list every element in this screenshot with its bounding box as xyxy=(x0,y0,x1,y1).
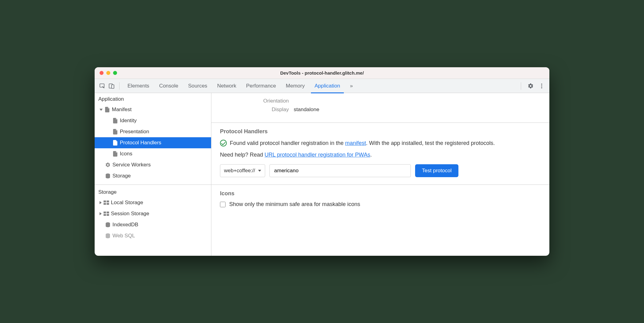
kv-value-display: standalone xyxy=(294,107,319,113)
svg-point-3 xyxy=(541,84,542,85)
inspect-icon[interactable] xyxy=(98,81,107,91)
sidebar-item-identity[interactable]: Identity xyxy=(95,115,211,126)
minimize-window-button[interactable] xyxy=(106,71,110,75)
status-text: Found valid protocol handler registratio… xyxy=(230,139,495,147)
sidebar-item-label: Manifest xyxy=(112,107,132,113)
svg-rect-12 xyxy=(107,212,109,213)
database-icon xyxy=(105,173,111,179)
test-protocol-button[interactable]: Test protocol xyxy=(415,164,458,177)
tab-performance[interactable]: Performance xyxy=(241,79,281,93)
gear-icon xyxy=(105,162,111,168)
maskable-safe-area-checkbox-row[interactable]: Show only the minimum safe area for mask… xyxy=(220,201,541,208)
svg-rect-8 xyxy=(107,200,109,202)
table-icon xyxy=(104,211,109,216)
protocol-controls: web+coffee:// Test protocol xyxy=(220,164,541,177)
help-link[interactable]: URL protocol handler registration for PW… xyxy=(265,152,370,158)
svg-rect-10 xyxy=(107,203,109,205)
maskable-safe-area-checkbox[interactable] xyxy=(220,202,226,207)
sidebar-item-indexeddb[interactable]: IndexedDB xyxy=(95,219,211,230)
window-title: DevTools - protocol-handler.glitch.me/ xyxy=(95,70,549,76)
sidebar-item-label: Presentation xyxy=(120,129,149,135)
sidebar-item-label: Identity xyxy=(120,118,137,124)
svg-rect-2 xyxy=(112,85,114,88)
sidebar-item-local-storage[interactable]: Local Storage xyxy=(95,197,211,208)
scheme-select[interactable]: web+coffee:// xyxy=(220,164,265,177)
chevron-right-icon xyxy=(100,201,102,204)
traffic-lights xyxy=(95,71,117,75)
svg-rect-11 xyxy=(104,212,106,213)
sidebar-item-manifest[interactable]: Manifest xyxy=(95,104,211,115)
manifest-kv-section: Orientation Display standalone xyxy=(211,93,549,123)
tab-memory[interactable]: Memory xyxy=(281,79,309,93)
sidebar-group-application: Application xyxy=(95,93,211,104)
panel-body: Application Manifest Identity Presentati… xyxy=(95,93,549,256)
toolbar-separator xyxy=(119,82,120,90)
tabs-overflow[interactable]: » xyxy=(345,79,358,93)
svg-rect-0 xyxy=(100,84,104,87)
tab-application[interactable]: Application xyxy=(310,79,345,93)
devtools-toolbar: Elements Console Sources Network Perform… xyxy=(95,79,549,93)
checkbox-label: Show only the minimum safe area for mask… xyxy=(229,201,360,208)
sidebar-item-icons[interactable]: Icons xyxy=(95,148,211,159)
kebab-menu-icon[interactable] xyxy=(537,81,546,91)
section-title: Icons xyxy=(220,190,541,197)
main-content: Orientation Display standalone Protocol … xyxy=(211,93,549,256)
database-icon xyxy=(105,233,111,239)
manifest-link[interactable]: manifest xyxy=(345,140,366,146)
database-icon xyxy=(105,222,111,228)
icons-section: Icons Show only the minimum safe area fo… xyxy=(211,185,549,215)
scheme-select-value: web+coffee:// xyxy=(224,168,255,174)
toolbar-separator xyxy=(521,82,521,90)
sidebar-item-storage[interactable]: Storage xyxy=(95,170,211,181)
kv-label-display: Display xyxy=(220,107,294,113)
sidebar-item-label: IndexedDB xyxy=(112,222,138,228)
sidebar-item-label: Local Storage xyxy=(111,200,143,206)
titlebar: DevTools - protocol-handler.glitch.me/ xyxy=(95,67,549,79)
file-icon xyxy=(112,118,118,123)
device-toggle-icon[interactable] xyxy=(107,81,116,91)
sidebar-item-service-workers[interactable]: Service Workers xyxy=(95,159,211,170)
tab-elements[interactable]: Elements xyxy=(123,79,154,93)
svg-point-4 xyxy=(541,85,542,87)
file-icon xyxy=(112,151,118,157)
chevron-down-icon xyxy=(100,109,103,111)
chevron-right-icon xyxy=(100,212,102,215)
protocol-handlers-section: Protocol Handlers Found valid protocol h… xyxy=(211,123,549,185)
sidebar-item-presentation[interactable]: Presentation xyxy=(95,126,211,137)
sidebar-divider xyxy=(95,185,211,185)
maximize-window-button[interactable] xyxy=(113,71,117,75)
kv-label-orientation: Orientation xyxy=(220,98,294,104)
success-check-icon xyxy=(220,140,227,146)
sidebar-item-protocol-handlers[interactable]: Protocol Handlers xyxy=(95,137,211,148)
file-icon xyxy=(112,129,118,134)
chevron-down-icon xyxy=(258,170,261,172)
sidebar-item-web-sql[interactable]: Web SQL xyxy=(95,230,211,241)
sidebar-item-label: Session Storage xyxy=(111,211,149,217)
sidebar-group-storage: Storage xyxy=(95,186,211,197)
sidebar-item-label: Service Workers xyxy=(112,162,151,168)
application-sidebar: Application Manifest Identity Presentati… xyxy=(95,93,211,256)
svg-rect-7 xyxy=(104,200,106,202)
sidebar-item-label: Icons xyxy=(120,151,132,157)
sidebar-item-label: Web SQL xyxy=(112,233,135,239)
file-icon xyxy=(112,140,118,146)
sidebar-item-label: Protocol Handlers xyxy=(120,140,161,146)
svg-rect-9 xyxy=(104,203,106,205)
sidebar-item-label: Storage xyxy=(112,173,131,179)
devtools-window: DevTools - protocol-handler.glitch.me/ E… xyxy=(95,67,549,256)
table-icon xyxy=(104,200,109,205)
svg-rect-14 xyxy=(107,214,109,216)
tab-sources[interactable]: Sources xyxy=(183,79,212,93)
svg-point-5 xyxy=(541,87,542,88)
settings-icon[interactable] xyxy=(526,81,535,91)
section-title: Protocol Handlers xyxy=(220,128,541,135)
tab-console[interactable]: Console xyxy=(154,79,183,93)
file-icon xyxy=(104,107,110,112)
tab-network[interactable]: Network xyxy=(212,79,241,93)
protocol-path-input[interactable] xyxy=(269,164,411,177)
svg-rect-13 xyxy=(104,214,106,216)
sidebar-item-session-storage[interactable]: Session Storage xyxy=(95,208,211,219)
help-line: Need help? Read URL protocol handler reg… xyxy=(220,152,541,158)
panel-tabs: Elements Console Sources Network Perform… xyxy=(123,79,518,93)
close-window-button[interactable] xyxy=(100,71,104,75)
